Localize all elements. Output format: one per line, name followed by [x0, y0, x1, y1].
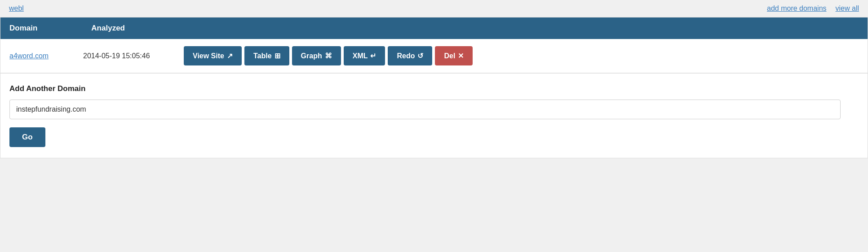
xml-button[interactable]: XML ↵	[344, 46, 385, 65]
main-panel: Domain Analyzed a4word.com 2014-05-19 15…	[0, 17, 868, 158]
logo-link[interactable]: webl	[9, 4, 24, 13]
view-site-button[interactable]: View Site ↗	[184, 46, 242, 65]
top-bar: webl add more domains view all	[0, 0, 868, 17]
go-button[interactable]: Go	[9, 127, 45, 147]
graph-button[interactable]: Graph ⌘	[292, 46, 341, 65]
add-more-domains-link[interactable]: add more domains	[767, 4, 827, 13]
redo-label: Redo	[397, 52, 415, 60]
col-analyzed: Analyzed	[91, 24, 125, 33]
add-domain-title: Add Another Domain	[9, 84, 859, 93]
action-buttons: View Site ↗ Table ⊞ Graph ⌘ XML ↵	[184, 46, 473, 65]
redo-button[interactable]: Redo ↺	[388, 46, 432, 65]
del-button[interactable]: Del ✕	[435, 46, 473, 65]
top-bar-right: add more domains view all	[767, 4, 859, 13]
col-domain: Domain	[9, 24, 37, 33]
table-label: Table	[253, 52, 272, 60]
table-header: Domain Analyzed	[0, 17, 868, 39]
graph-icon: ⌘	[325, 52, 332, 60]
add-domain-section: Add Another Domain Go	[0, 74, 868, 158]
analyzed-date: 2014-05-19 15:05:46	[83, 52, 173, 60]
external-link-icon: ↗	[227, 52, 233, 60]
table-button[interactable]: Table ⊞	[244, 46, 289, 65]
view-all-link[interactable]: view all	[836, 4, 859, 13]
page-container: webl add more domains view all Domain An…	[0, 0, 868, 167]
table-row: a4word.com 2014-05-19 15:05:46 View Site…	[0, 39, 868, 73]
domain-link[interactable]: a4word.com	[9, 52, 72, 60]
table-icon: ⊞	[275, 52, 280, 60]
graph-label: Graph	[301, 52, 322, 60]
table-body: a4word.com 2014-05-19 15:05:46 View Site…	[0, 39, 868, 74]
xml-icon: ↵	[370, 52, 376, 60]
redo-icon: ↺	[417, 52, 423, 60]
del-label: Del	[444, 52, 455, 60]
del-icon: ✕	[458, 52, 464, 60]
domain-input[interactable]	[9, 100, 841, 119]
xml-label: XML	[353, 52, 368, 60]
view-site-label: View Site	[193, 52, 224, 60]
